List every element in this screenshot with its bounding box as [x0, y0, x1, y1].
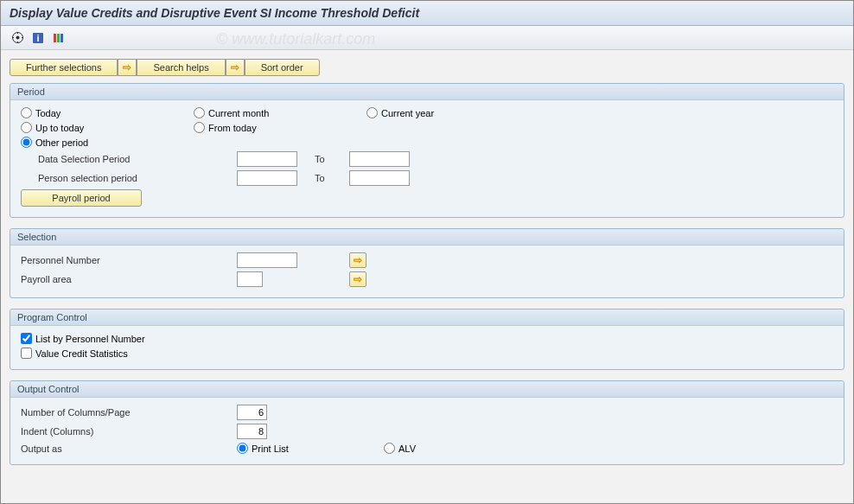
- svg-text:i: i: [36, 33, 39, 43]
- payroll-area-label: Payroll area: [21, 274, 237, 284]
- person-selection-from-input[interactable]: [237, 170, 297, 186]
- button-strip: Further selections ⇨ Search helps ⇨ Sort…: [10, 59, 844, 76]
- pernr-label: Personnel Number: [21, 255, 237, 265]
- search-arrow-icon[interactable]: ⇨: [226, 59, 245, 76]
- payroll-area-input[interactable]: [237, 271, 263, 287]
- outputas-label: Output as: [21, 443, 237, 454]
- radio-print-list[interactable]: Print List: [237, 443, 384, 454]
- radio-today[interactable]: Today: [21, 107, 194, 118]
- vstat-checkbox[interactable]: Value Credit Statistics: [21, 348, 833, 359]
- svg-point-1: [16, 36, 19, 40]
- info-icon[interactable]: i: [30, 30, 46, 46]
- app-toolbar: i: [1, 26, 853, 50]
- radio-alv[interactable]: ALV: [384, 443, 557, 454]
- search-helps-button[interactable]: Search helps: [137, 59, 225, 76]
- execute-icon[interactable]: [10, 30, 25, 46]
- person-selection-to-input[interactable]: [349, 170, 410, 186]
- data-selection-from-input[interactable]: [237, 151, 297, 167]
- output-control-header: Output Control: [10, 381, 844, 398]
- person-selection-label: Person selection period: [21, 173, 237, 183]
- pernr-multi-icon[interactable]: ⇨: [349, 252, 366, 268]
- radio-upto-label: Up to today: [35, 123, 84, 133]
- numcols-label: Number of Columns/Page: [21, 407, 237, 418]
- svg-rect-8: [54, 34, 56, 42]
- output-control-group: Output Control Number of Columns/Page In…: [10, 380, 844, 465]
- numcols-input[interactable]: [237, 405, 267, 420]
- indent-label: Indent (Columns): [21, 426, 237, 437]
- svg-rect-9: [57, 34, 60, 42]
- printlist-label: Print List: [252, 443, 289, 454]
- radio-upto-today[interactable]: Up to today: [21, 122, 194, 133]
- payroll-period-button[interactable]: Payroll period: [21, 189, 142, 207]
- pernr-input[interactable]: [237, 252, 297, 268]
- selection-header: Selection: [10, 229, 844, 246]
- radio-current-year[interactable]: Current year: [366, 107, 539, 118]
- further-arrow-icon[interactable]: ⇨: [118, 59, 137, 76]
- further-selections-button[interactable]: Further selections: [10, 59, 118, 76]
- radio-current-year-label: Current year: [381, 108, 434, 118]
- program-control-header: Program Control: [10, 309, 844, 326]
- program-control-group: Program Control List by Personnel Number…: [10, 309, 844, 370]
- data-selection-to-input[interactable]: [349, 151, 410, 167]
- content-area: Further selections ⇨ Search helps ⇨ Sort…: [1, 50, 853, 484]
- sort-order-button[interactable]: Sort order: [245, 59, 320, 76]
- data-selection-label: Data Selection Period: [21, 154, 237, 164]
- vstat-label: Value Credit Statistics: [35, 348, 128, 359]
- radio-from-label: From today: [208, 123, 257, 133]
- svg-rect-10: [61, 34, 63, 42]
- to-label-2: To: [297, 173, 349, 183]
- listby-label: List by Personnel Number: [35, 334, 145, 344]
- indent-input[interactable]: [237, 424, 267, 439]
- radio-other-period[interactable]: Other period: [21, 137, 194, 148]
- listby-checkbox[interactable]: List by Personnel Number: [21, 333, 833, 344]
- radio-today-label: Today: [35, 108, 61, 118]
- bars-icon[interactable]: [51, 30, 67, 46]
- radio-current-month[interactable]: Current month: [194, 107, 366, 118]
- radio-from-today[interactable]: From today: [194, 122, 366, 133]
- to-label-1: To: [297, 154, 349, 164]
- radio-other-label: Other period: [35, 137, 88, 148]
- selection-group: Selection Personnel Number ⇨ Payroll are…: [10, 228, 844, 298]
- alv-label: ALV: [398, 443, 416, 454]
- period-header: Period: [10, 84, 844, 100]
- area-multi-icon[interactable]: ⇨: [349, 271, 366, 287]
- period-group: Period Today Current month Current year …: [10, 83, 844, 218]
- page-title: Display Value Credits and Disruptive Eve…: [1, 1, 853, 26]
- radio-current-month-label: Current month: [208, 108, 269, 118]
